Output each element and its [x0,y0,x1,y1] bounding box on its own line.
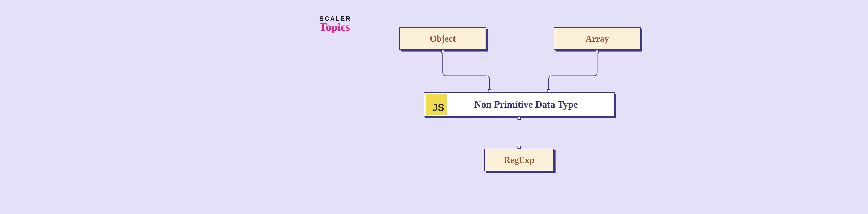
node-array-label: Array [585,33,609,44]
scaler-topics-logo: SCALER Topics [319,15,351,33]
node-object: Object [399,27,486,50]
node-object-label: Object [430,33,456,44]
js-badge-text: JS [432,102,444,113]
port-regexp-top [518,146,521,149]
node-regexp: RegExp [484,149,554,171]
data-type-diagram: Object Array JS Non Primitive Data Type … [385,24,663,197]
logo-line-2: Topics [319,21,351,33]
port-main-bottom [518,117,521,120]
node-regexp-label: RegExp [504,155,534,165]
port-main-top-right [547,89,550,93]
js-logo-badge: JS [426,94,447,115]
port-object-bottom [441,50,444,53]
node-main-label: Non Primitive Data Type [448,99,614,110]
node-array: Array [554,27,641,50]
port-array-bottom [596,50,599,53]
node-main: JS Non Primitive Data Type [424,92,615,116]
port-main-top-left [488,89,491,93]
diagram-canvas: SCALER Topics Object Array JS Non Primit… [312,12,729,202]
